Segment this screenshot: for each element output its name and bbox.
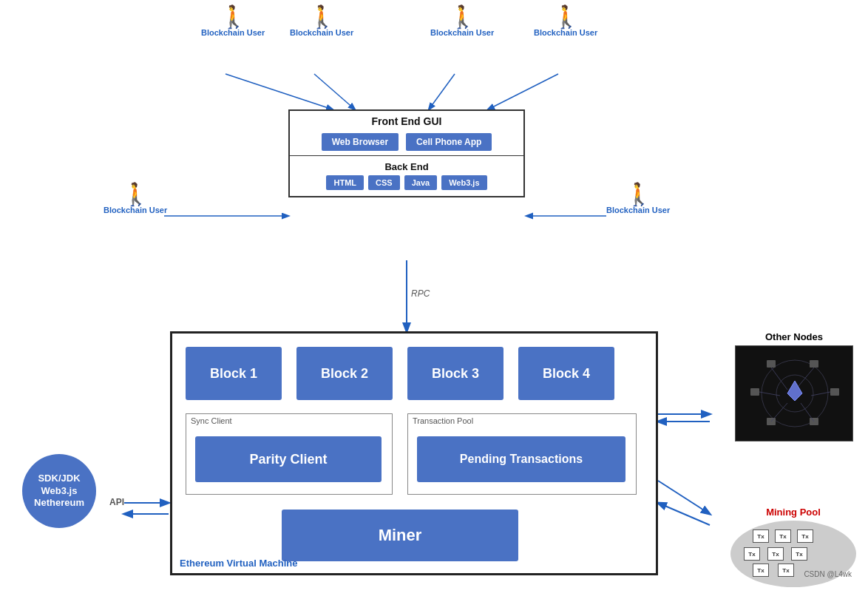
parity-client-button[interactable]: Parity Client [195, 436, 382, 482]
tx-box-8: Tx [778, 564, 794, 577]
user-figure-3: 🚶 Blockchain User [430, 6, 494, 37]
sync-client-title: Sync Client [186, 414, 392, 427]
backend-title: Back End [297, 159, 516, 175]
user-label-1: Blockchain User [201, 28, 265, 37]
svg-rect-19 [750, 388, 759, 396]
user-label-5: Blockchain User [104, 206, 167, 214]
frontend-title: Front End GUI [290, 111, 523, 130]
frontend-box: Front End GUI Web Browser Cell Phone App… [288, 109, 525, 197]
svg-line-10 [658, 503, 710, 525]
svg-rect-18 [810, 360, 818, 368]
user-figure-2: 🚶 Blockchain User [290, 6, 353, 37]
tx-box-2: Tx [775, 529, 791, 543]
transaction-pool-title: Transaction Pool [408, 414, 636, 427]
backend-section: Back End HTML CSS Java Web3.js [290, 155, 523, 196]
user-figure-6: 🚶 Blockchain User [606, 183, 670, 214]
watermark: CSDN @L4wk [804, 570, 852, 578]
rpc-label: RPC [411, 288, 430, 299]
tx-box-5: Tx [767, 547, 784, 561]
user-figure-1: 🚶 Blockchain User [201, 6, 265, 37]
java-button[interactable]: Java [404, 175, 437, 190]
block3-button[interactable]: Block 3 [407, 347, 503, 400]
svg-line-1 [314, 74, 355, 109]
user-icon-6: 🚶 [625, 183, 652, 206]
pending-transactions-button[interactable]: Pending Transactions [417, 436, 625, 482]
frontend-buttons-row: Web Browser Cell Phone App [290, 130, 523, 155]
user-icon-4: 🚶 [552, 6, 580, 28]
user-label-4: Blockchain User [534, 28, 597, 37]
user-label-2: Blockchain User [290, 28, 353, 37]
tx-box-4: Tx [744, 547, 760, 561]
svg-rect-20 [830, 388, 839, 396]
cell-phone-app-button[interactable]: Cell Phone App [406, 133, 492, 151]
tx-box-3: Tx [797, 529, 813, 543]
backend-buttons-row: HTML CSS Java Web3.js [297, 175, 516, 190]
diagram-container: 🚶 Blockchain User 🚶 Blockchain User 🚶 Bl… [0, 0, 868, 599]
block4-button[interactable]: Block 4 [518, 347, 614, 400]
css-button[interactable]: CSS [368, 175, 400, 190]
other-nodes-box: Other Nodes [735, 331, 853, 441]
svg-line-2 [429, 74, 455, 109]
user-figure-4: 🚶 Blockchain User [534, 6, 597, 37]
svg-line-9 [658, 481, 710, 514]
evm-box: Block 1 Block 2 Block 3 Block 4 Sync Cli… [170, 331, 658, 575]
other-nodes-image [735, 345, 853, 441]
web3js-button[interactable]: Web3.js [441, 175, 486, 190]
user-label-6: Blockchain User [606, 206, 670, 214]
mining-pool-title: Mining Pool [730, 507, 856, 518]
tx-box-6: Tx [791, 547, 807, 561]
other-nodes-title: Other Nodes [735, 331, 853, 342]
network-svg [736, 345, 852, 441]
miner-button[interactable]: Miner [282, 510, 518, 561]
user-icon-3: 🚶 [449, 6, 476, 28]
sdk-circle: SDK/JDK Web3.js Nethereum [22, 454, 96, 528]
user-figure-5: 🚶 Blockchain User [104, 183, 167, 214]
api-label: API [109, 497, 124, 507]
evm-label: Ethereum Virtual Machine [180, 558, 297, 569]
user-label-3: Blockchain User [430, 28, 494, 37]
transaction-pool-box: Transaction Pool Pending Transactions [407, 413, 637, 495]
sync-client-box: Sync Client Parity Client [186, 413, 393, 495]
svg-line-3 [488, 74, 558, 109]
tx-box-7: Tx [753, 564, 769, 577]
user-icon-2: 🚶 [308, 6, 336, 28]
block2-button[interactable]: Block 2 [296, 347, 393, 400]
svg-line-0 [226, 74, 333, 109]
html-button[interactable]: HTML [326, 175, 364, 190]
block1-button[interactable]: Block 1 [186, 347, 282, 400]
web-browser-button[interactable]: Web Browser [322, 133, 399, 151]
svg-rect-17 [767, 360, 776, 368]
tx-box-1: Tx [753, 529, 769, 543]
user-icon-5: 🚶 [122, 183, 149, 206]
user-icon-1: 🚶 [220, 6, 247, 28]
